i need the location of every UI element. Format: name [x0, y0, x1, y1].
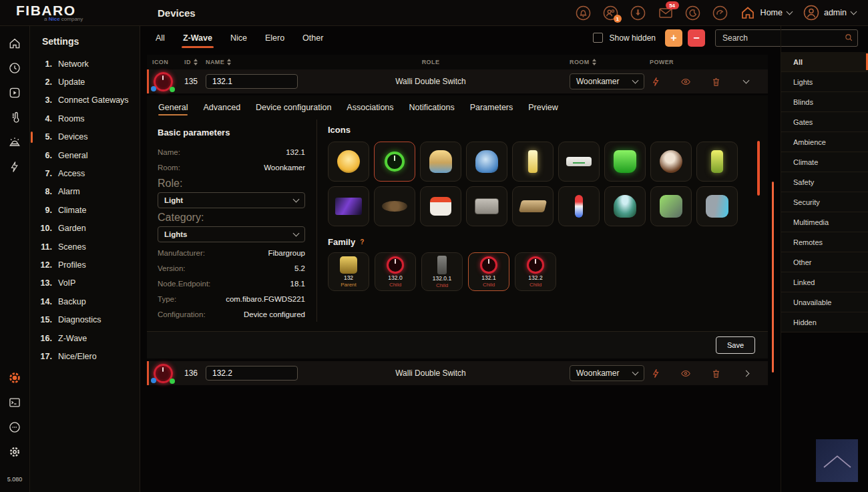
category-remotes[interactable]: Remotes — [781, 232, 868, 252]
power-metering-icon[interactable] — [650, 367, 662, 379]
home-selector[interactable]: Home — [740, 5, 792, 21]
family-help-icon[interactable]: ? — [360, 238, 364, 246]
category-ambience[interactable]: Ambience — [781, 132, 868, 152]
icon-option-robot[interactable] — [650, 186, 692, 226]
tab-all[interactable]: All — [156, 25, 165, 50]
sidebar-item-climate[interactable]: 9.Climate — [30, 201, 140, 219]
visibility-eye-icon[interactable] — [680, 75, 692, 87]
main-scrollbar[interactable] — [772, 182, 774, 373]
icon-option-air-conditioner[interactable] — [558, 142, 600, 182]
sidebar-item-diagnostics[interactable]: 15.Diagnostics — [30, 310, 140, 328]
alarm-bell-icon[interactable] — [576, 5, 592, 21]
climate-icon[interactable] — [7, 110, 22, 125]
icon-option-water-pipe[interactable] — [696, 186, 738, 226]
messages-icon[interactable]: 54 — [658, 5, 674, 21]
icon-option-alarm-beacon[interactable] — [604, 142, 646, 182]
tab-general[interactable]: General — [158, 95, 188, 119]
tab-elero[interactable]: Elero — [265, 25, 284, 50]
tab-notifications[interactable]: Notifications — [409, 95, 455, 119]
energy-icon[interactable] — [7, 160, 22, 174]
alarm-icon[interactable] — [7, 135, 22, 150]
category-blinds[interactable]: Blinds — [781, 92, 868, 112]
category-safety[interactable]: Safety — [781, 172, 868, 192]
icon-option-coffee-maker[interactable] — [650, 142, 692, 182]
system-gear-icon[interactable] — [7, 445, 22, 459]
show-hidden-checkbox[interactable] — [593, 33, 603, 43]
sidebar-item-profiles[interactable]: 12.Profiles — [30, 256, 140, 274]
room-select[interactable]: Woonkamer — [570, 73, 644, 89]
sidebar-item-voip[interactable]: 13.VoIP — [30, 274, 140, 292]
icon-option-radio[interactable] — [466, 186, 507, 226]
tab-other[interactable]: Other — [302, 25, 323, 50]
device-name-input[interactable] — [206, 74, 298, 89]
users-icon[interactable]: 1 — [603, 5, 619, 21]
category-select[interactable]: Lights — [158, 226, 305, 242]
remove-device-button[interactable]: − — [688, 29, 705, 47]
tab-associations[interactable]: Associations — [347, 95, 393, 119]
device-row-135[interactable]: 135 Walli Double Switch Woonkamer — [147, 69, 768, 93]
family-member-132-0[interactable]: 132.0 Child — [375, 252, 416, 291]
col-room[interactable]: ROOM — [564, 59, 644, 65]
room-select[interactable]: Woonkamer — [570, 365, 644, 381]
category-hidden[interactable]: Hidden — [781, 312, 868, 332]
hub-icon[interactable] — [7, 420, 22, 435]
settings-gear-icon[interactable] — [7, 371, 22, 385]
sidebar-item-general[interactable]: 6.General — [30, 146, 140, 164]
category-linked[interactable]: Linked — [781, 272, 868, 292]
sidebar-item-access[interactable]: 7.Access — [30, 164, 140, 182]
category-gates[interactable]: Gates — [781, 112, 868, 132]
sidebar-item-nice-elero[interactable]: 17.Nice/Elero — [30, 347, 140, 365]
media-icon[interactable] — [7, 85, 22, 100]
sidebar-item-devices[interactable]: 5.Devices — [30, 128, 140, 146]
col-id[interactable]: ID — [179, 59, 200, 65]
delete-trash-icon[interactable] — [710, 75, 722, 87]
icon-option-toaster[interactable] — [420, 186, 461, 226]
add-device-button[interactable]: + — [665, 29, 682, 47]
icons-scrollbar[interactable] — [757, 141, 760, 196]
icon-option-light-bulb[interactable] — [328, 142, 369, 182]
expand-row-icon[interactable] — [740, 367, 752, 379]
sidebar-item-connect-gateways[interactable]: 3.Connect Gateways — [30, 91, 140, 109]
category-multimedia[interactable]: Multimedia — [781, 212, 868, 232]
category-climate[interactable]: Climate — [781, 152, 868, 172]
family-member-132-2[interactable]: 132.2 Child — [515, 252, 556, 291]
brand-logo[interactable]: FIBARO a Nice company — [0, 4, 140, 22]
moon-icon[interactable] — [685, 5, 701, 21]
sidebar-item-scenes[interactable]: 11.Scenes — [30, 238, 140, 256]
category-lights[interactable]: Lights — [781, 72, 868, 92]
gauge-icon[interactable] — [712, 5, 728, 21]
category-other[interactable]: Other — [781, 252, 868, 272]
console-icon[interactable] — [7, 395, 22, 410]
family-member-132-1[interactable]: 132.1 Child — [468, 252, 509, 291]
tab-zwave[interactable]: Z-Wave — [183, 25, 212, 50]
sidebar-item-update[interactable]: 2.Update — [30, 73, 140, 91]
power-metering-icon[interactable] — [650, 75, 662, 87]
user-menu[interactable]: admin — [803, 5, 856, 21]
device-name-input[interactable] — [206, 366, 298, 381]
family-member-132-0-1[interactable]: 132.0.1 Child — [421, 252, 463, 291]
search-input[interactable] — [715, 29, 858, 47]
icon-option-table-lamp[interactable] — [420, 142, 461, 182]
sidebar-item-alarm[interactable]: 8.Alarm — [30, 183, 140, 201]
sidebar-item-rooms[interactable]: 4.Rooms — [30, 109, 140, 128]
category-unavailable[interactable]: Unavailable — [781, 292, 868, 312]
icon-option-recliner-bed[interactable] — [512, 186, 554, 226]
visibility-eye-icon[interactable] — [680, 367, 692, 379]
tab-advanced[interactable]: Advanced — [203, 95, 240, 119]
scroll-to-top-button[interactable] — [816, 439, 858, 482]
family-member-132[interactable]: 132 Parent — [328, 252, 369, 291]
icon-option-wall-sconce[interactable] — [512, 142, 554, 182]
icon-option-fountain[interactable] — [604, 186, 646, 226]
tab-device-configuration[interactable]: Device configuration — [256, 95, 331, 119]
category-security[interactable]: Security — [781, 192, 868, 212]
history-icon[interactable] — [7, 61, 22, 75]
dashboard-home-icon[interactable] — [7, 36, 22, 51]
icon-option-garden-lamp[interactable] — [696, 142, 738, 182]
icon-option-power-button[interactable] — [374, 142, 415, 182]
icon-option-ceiling-fan[interactable] — [374, 186, 415, 226]
intercom-icon[interactable] — [630, 5, 646, 21]
tab-parameters[interactable]: Parameters — [470, 95, 513, 119]
icon-option-kettle[interactable] — [466, 142, 507, 182]
sidebar-item-network[interactable]: 1.Network — [30, 55, 140, 73]
save-button[interactable]: Save — [716, 336, 755, 354]
